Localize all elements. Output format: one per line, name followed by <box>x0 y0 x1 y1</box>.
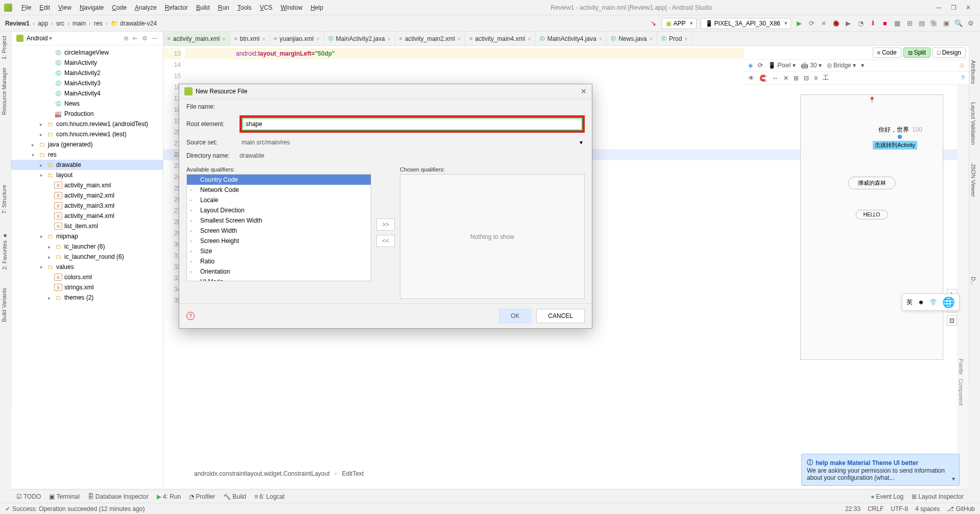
menu-refactor[interactable]: Refactor <box>161 4 192 11</box>
notification-expand-icon[interactable]: ▾ <box>952 475 955 482</box>
pack-icon[interactable]: ⊟ <box>804 75 809 82</box>
emulator-icon[interactable]: ▣ <box>942 19 950 28</box>
layout-inspector-tool[interactable]: ⊞Layout Inspector <box>912 493 964 500</box>
build-tool[interactable]: 🔨Build <box>223 493 246 500</box>
device-explorer-tool-tab[interactable]: D... <box>969 273 977 289</box>
menu-vcs[interactable]: VCS <box>256 4 277 11</box>
database-inspector-tool[interactable]: 🗄Database Inspector <box>88 493 149 500</box>
orientation-icon[interactable]: ⟳ <box>758 62 763 69</box>
breadcrumb-item[interactable]: src <box>56 20 64 27</box>
dialog-close-icon[interactable]: ✕ <box>581 87 587 95</box>
tree-item[interactable]: ≡activity_main4.xml <box>11 211 163 221</box>
tree-item[interactable]: ▾🗀mipmap <box>11 231 163 241</box>
tree-item[interactable]: ▸🗀com.hnucm.review1 (test) <box>11 129 163 139</box>
tab-design[interactable]: □ Design <box>933 47 966 58</box>
editor-tab[interactable]: ⒸProd× <box>657 32 692 45</box>
sync-icon[interactable]: 🐘 <box>930 19 938 28</box>
coverage-icon[interactable]: ▶ <box>844 19 852 28</box>
breadcrumb-item[interactable]: main <box>73 20 86 27</box>
tree-item[interactable]: ⒸMainActivity <box>11 58 163 68</box>
available-qualifiers-list[interactable]: ▫Country Code▫Network Code▫Locale▫Layout… <box>186 174 371 281</box>
menu-analyze[interactable]: Analyze <box>131 4 161 11</box>
ime-globe-icon[interactable]: 🌐 <box>942 296 955 308</box>
tree-item[interactable]: ⒸMainActivity2 <box>11 68 163 78</box>
tree-item[interactable]: 🏭Production <box>11 109 163 119</box>
qualifier-item[interactable]: ▫Locale <box>187 195 371 205</box>
status-encoding[interactable]: UTF-8 <box>891 505 908 512</box>
help-icon[interactable]: ? <box>961 75 965 82</box>
tree-item[interactable]: ≡activity_main3.xml <box>11 201 163 211</box>
close-icon[interactable]: ✕ <box>966 4 971 11</box>
menu-view[interactable]: View <box>54 4 76 11</box>
preview-button-hello[interactable]: HELLO <box>856 210 888 219</box>
tab-close-icon[interactable]: × <box>684 36 687 42</box>
profiler-tool[interactable]: ◔Profiler <box>189 493 215 500</box>
breadcrumb-item[interactable]: app <box>38 20 48 27</box>
zoom-fit-icon[interactable]: ⊡ <box>947 315 957 326</box>
tree-item[interactable]: ▸🗀drawable <box>11 160 163 170</box>
editor-tab[interactable]: ⒸMainActivity4.java× <box>536 32 607 45</box>
tree-item[interactable]: ≡list_item.xml <box>11 221 163 231</box>
maximize-icon[interactable]: ❐ <box>951 4 957 11</box>
add-qualifier-button[interactable]: >> <box>376 218 395 231</box>
settings-icon[interactable]: ⚙ <box>142 35 148 42</box>
tree-item[interactable]: ≡colors.xml <box>11 272 163 282</box>
menu-tools[interactable]: Tools <box>233 4 256 11</box>
tab-code[interactable]: ≡ Code <box>873 47 901 58</box>
breadcrumb-item[interactable]: 📁 drawable-v24 <box>111 20 157 27</box>
tab-split[interactable]: ⊟ Split <box>903 47 930 58</box>
search-icon[interactable]: 🔍 <box>954 19 963 28</box>
qualifier-item[interactable]: ▫Size <box>187 246 371 256</box>
clear-constraints-icon[interactable]: ✕ <box>783 75 788 82</box>
tab-close-icon[interactable]: × <box>458 36 461 42</box>
tab-close-icon[interactable]: × <box>650 36 653 42</box>
tab-close-icon[interactable]: × <box>316 36 319 42</box>
settings-icon[interactable]: ⚙ <box>967 19 975 28</box>
qualifier-item[interactable]: ▫Orientation <box>187 266 371 277</box>
tree-item[interactable]: ≡activity_main.xml <box>11 180 163 190</box>
warnings-icon[interactable]: ⚠ <box>959 62 965 69</box>
status-indent[interactable]: 4 spaces <box>915 505 940 512</box>
tree-item[interactable]: ⒸcircleImageView <box>11 47 163 58</box>
run-config-dropdown[interactable]: ▣ APP <box>661 18 696 29</box>
tree-item[interactable]: ▸🗀java (generated) <box>11 139 163 150</box>
api-picker[interactable]: 🤖 30 ▾ <box>801 62 822 69</box>
tree-item[interactable]: ▾🗀res <box>11 150 163 160</box>
tree-item[interactable]: ⒸMainActivity4 <box>11 88 163 99</box>
todo-tool[interactable]: ☑TODO <box>16 493 41 500</box>
tab-close-icon[interactable]: × <box>222 36 225 42</box>
ime-shirt-icon[interactable]: 👕 <box>929 299 937 306</box>
project-tool-tab[interactable]: 1: Project <box>0 32 8 63</box>
tree-item[interactable]: ▸🗀ic_launcher (6) <box>11 241 163 252</box>
editor-tab[interactable]: ≡activity_main4.xml× <box>465 32 535 45</box>
tree-item[interactable]: ▸🗀themes (2) <box>11 292 163 303</box>
ime-language[interactable]: 英 <box>906 298 913 307</box>
apply-code-icon[interactable]: ≡ <box>820 19 828 28</box>
device-dropdown[interactable]: 📱 PIXEL_3A_API_30_X86 <box>701 18 792 29</box>
menu-code[interactable]: Code <box>108 4 131 11</box>
qualifier-item[interactable]: ▫Screen Width <box>187 226 371 236</box>
editor-tab[interactable]: ⒸNews.java× <box>607 32 657 45</box>
notification-popup[interactable]: ⓘhelp make Material Theme UI better We a… <box>801 454 960 486</box>
event-log-tool[interactable]: ●Event Log <box>871 493 903 500</box>
tree-item[interactable]: ▾🗀layout <box>11 170 163 180</box>
ime-emoji-icon[interactable]: ☻ <box>918 299 924 306</box>
minimize-icon[interactable]: ― <box>936 4 942 11</box>
remove-qualifier-button[interactable]: << <box>376 235 395 247</box>
chosen-qualifiers-list[interactable]: Nothing to show <box>400 174 585 299</box>
apply-changes-icon[interactable]: ⟳ <box>807 19 816 28</box>
status-cursor[interactable]: 22:33 <box>845 505 861 512</box>
editor-tab[interactable]: ⒸMainActivity2.java× <box>324 32 395 45</box>
project-mode-dropdown[interactable]: Android <box>27 35 47 42</box>
default-margins-icon[interactable]: ↔ <box>772 75 778 82</box>
constraint-handle[interactable] <box>898 135 902 139</box>
resource-manager-icon[interactable]: ▤ <box>918 19 926 28</box>
menu-run[interactable]: Run <box>214 4 233 11</box>
editor-tab[interactable]: ≡btn.xml× <box>230 32 270 45</box>
preview-button-norway[interactable]: 挪威的森林 <box>848 177 896 189</box>
project-tree[interactable]: ⒸcircleImageViewⒸMainActivityⒸMainActivi… <box>11 45 163 487</box>
menu-build[interactable]: Build <box>192 4 214 11</box>
structure-tool-tab[interactable]: 7: Structure <box>0 181 8 218</box>
sdk-manager-icon[interactable]: ⊞ <box>905 19 914 28</box>
attach-debugger-icon[interactable]: ⬇ <box>869 19 877 28</box>
